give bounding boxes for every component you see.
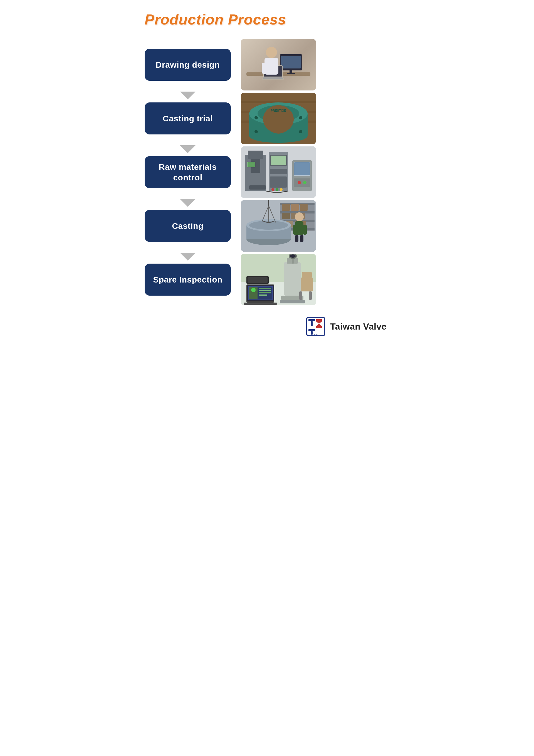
svg-point-40: [271, 188, 274, 191]
step-raw-materials-box: Raw materials control: [145, 156, 231, 188]
step-casting-label: Casting: [172, 221, 204, 231]
step-casting-image: [241, 200, 316, 252]
process-row: Drawing design: [145, 39, 389, 91]
process-list: Drawing design: [145, 39, 389, 305]
svg-rect-68: [293, 225, 297, 235]
svg-rect-32: [249, 185, 266, 190]
tvccl-logo-icon: TVCCL: [306, 316, 326, 337]
svg-point-83: [251, 288, 256, 292]
svg-rect-90: [247, 277, 267, 283]
svg-rect-30: [248, 150, 263, 159]
svg-rect-12: [263, 77, 283, 79]
step-casting-box: Casting: [145, 210, 231, 242]
svg-rect-70: [295, 235, 298, 242]
svg-rect-97: [280, 300, 305, 303]
svg-point-26: [254, 116, 258, 120]
svg-point-24: [254, 130, 258, 133]
svg-point-22: [266, 110, 291, 134]
svg-rect-69: [303, 225, 307, 235]
svg-rect-57: [300, 204, 308, 211]
svg-point-47: [297, 181, 301, 184]
svg-rect-91: [284, 262, 301, 296]
svg-point-41: [276, 188, 278, 191]
svg-rect-106: [308, 329, 315, 331]
svg-rect-55: [282, 204, 290, 211]
svg-rect-71: [300, 235, 303, 242]
svg-rect-101: [309, 291, 312, 300]
svg-rect-39: [270, 176, 287, 188]
svg-rect-88: [243, 303, 277, 305]
arrow-4: [145, 252, 389, 254]
svg-point-48: [303, 181, 307, 184]
svg-rect-45: [294, 162, 310, 175]
svg-point-8: [266, 47, 277, 58]
step-casting-trial-label: Casting trial: [163, 113, 213, 124]
svg-point-66: [295, 212, 304, 221]
step-spare-inspection-label: Spare Inspection: [153, 275, 222, 285]
svg-text:PRESTIGE: PRESTIGE: [270, 109, 286, 112]
svg-rect-100: [299, 291, 302, 300]
step-drawing-design-label: Drawing design: [156, 60, 220, 70]
svg-rect-104: [311, 321, 313, 326]
step-casting-trial-image: PRESTIGE: [241, 93, 316, 144]
svg-point-42: [280, 188, 283, 191]
arrow-3: [145, 198, 389, 200]
process-row: Casting trial PRESTIGE: [145, 93, 389, 144]
svg-rect-84: [259, 288, 271, 289]
arrow-1: [145, 91, 389, 93]
svg-rect-10: [262, 63, 267, 74]
svg-rect-58: [282, 213, 290, 219]
step-casting-trial-box: Casting trial: [145, 102, 231, 134]
step-drawing-design-box: Drawing design: [145, 49, 231, 81]
logo-section: TVCCL Taiwan Valve: [145, 316, 389, 337]
step-raw-materials-label: Raw materials control: [159, 162, 216, 183]
svg-rect-86: [259, 292, 271, 293]
svg-rect-99: [302, 272, 312, 278]
svg-rect-103: [308, 319, 315, 321]
process-row: Spare Inspection: [145, 254, 389, 305]
svg-marker-105: [316, 319, 322, 328]
svg-rect-4: [287, 73, 295, 74]
svg-rect-85: [259, 290, 271, 291]
arrow-2: [145, 144, 389, 147]
svg-rect-56: [291, 204, 299, 211]
svg-rect-87: [259, 294, 267, 296]
svg-rect-3: [290, 70, 292, 73]
svg-rect-34: [247, 162, 255, 167]
svg-rect-38: [270, 169, 287, 174]
svg-rect-11: [273, 63, 278, 74]
process-row: Casting: [145, 200, 389, 252]
step-spare-inspection-image: [241, 254, 316, 305]
svg-text:TVCCL: TVCCL: [312, 334, 319, 336]
process-row: Raw materials control: [145, 147, 389, 198]
svg-rect-37: [271, 156, 286, 165]
step-spare-inspection-box: Spare Inspection: [145, 264, 231, 296]
svg-rect-98: [301, 278, 313, 291]
svg-point-95: [290, 255, 296, 258]
step-raw-materials-image: [241, 147, 316, 198]
logo-brand-text: Taiwan Valve: [330, 321, 387, 332]
svg-point-27: [299, 116, 302, 120]
svg-point-25: [299, 130, 302, 133]
page-title: Production Process: [145, 11, 389, 28]
svg-rect-46: [294, 178, 310, 187]
svg-rect-2: [281, 56, 301, 68]
step-drawing-design-image: [241, 39, 316, 91]
